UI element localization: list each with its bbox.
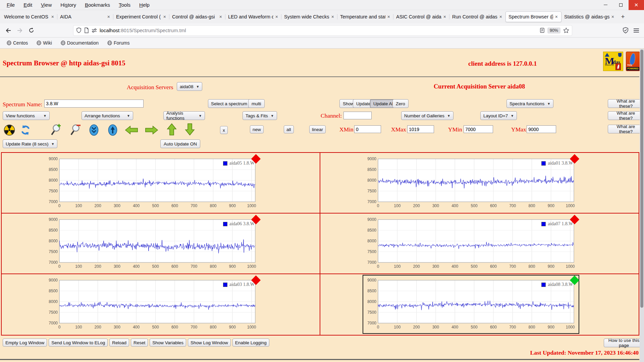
midas-logo[interactable]: M idas powered by	[603, 52, 623, 71]
footer-show-log-window[interactable]: Show Log Window	[188, 339, 231, 347]
x-button[interactable]: x	[220, 126, 228, 134]
url-text[interactable]: localhost:8015/Spectrum/Spectrum.tml	[100, 27, 537, 33]
hamburger-menu-icon[interactable]	[633, 28, 639, 33]
spectrum-panel-aida07[interactable]: 9000850080007500700001002003004005006007…	[363, 215, 579, 273]
bookmark-centos[interactable]: Centos	[4, 39, 31, 47]
page-down-button[interactable]	[87, 124, 101, 136]
footer-enable-logging[interactable]: Enable Logging	[232, 339, 269, 347]
what-are-these-button-1[interactable]: What are these?	[608, 99, 644, 108]
footer-empty-log-window[interactable]: Empty Log Window	[3, 339, 47, 347]
menu-view[interactable]: View	[38, 1, 55, 9]
reader-mode-icon[interactable]	[540, 28, 545, 33]
number-of-galleries-select[interactable]: Number of Galleries▼	[401, 111, 453, 120]
spectrum-panel-aida03[interactable]: 9000850080007500700001002003004005006007…	[45, 276, 260, 333]
channel-input[interactable]	[343, 112, 372, 119]
tab-close-icon[interactable]: ×	[387, 14, 391, 19]
scrollbar-thumb[interactable]	[640, 50, 643, 308]
ymax-input[interactable]	[527, 125, 556, 133]
new-tab-button[interactable]: +	[618, 12, 628, 22]
tab-3[interactable]: Control @ aidas-gsi ×	[169, 11, 225, 22]
menu-help[interactable]: Help	[136, 1, 153, 9]
url-bar[interactable]: localhost:8015/Spectrum/Spectrum.tml 90%	[73, 25, 572, 36]
layout-id-select[interactable]: Layout ID=7▼	[480, 111, 517, 120]
xmax-input[interactable]	[407, 125, 434, 133]
footer-send-log-window-to-elog[interactable]: Send Log Window to ELog	[49, 339, 108, 347]
next-spectrum-button[interactable]	[145, 124, 158, 136]
xmin-input[interactable]	[354, 125, 381, 133]
scale-down-button[interactable]	[183, 123, 197, 135]
tcl-powered-logo[interactable]: TCL POWERED	[626, 52, 640, 71]
reload-button[interactable]	[25, 25, 37, 36]
page-scrollbar[interactable]	[640, 49, 644, 362]
tab-8[interactable]: Run Control @ aidas- ×	[449, 11, 505, 22]
refresh-spectrum-button[interactable]	[19, 124, 32, 136]
acquisition-server-select[interactable]: aida08▼	[177, 82, 202, 91]
analysis-functions-select[interactable]: Analysis functions▼	[163, 111, 205, 120]
tab-close-icon[interactable]: ×	[163, 14, 167, 19]
page-up-button[interactable]	[106, 124, 119, 136]
spectrum-panel-aida01[interactable]: 9000850080007500700001002003004005006007…	[363, 154, 579, 212]
bookmark-wiki[interactable]: Wiki	[34, 39, 54, 47]
tags-fits-select[interactable]: Tags & Fits▼	[243, 111, 277, 120]
bookmark-documentation[interactable]: Documentation	[58, 39, 101, 47]
menu-bookmarks[interactable]: Bookmarks	[82, 1, 113, 9]
zoom-out-button[interactable]	[69, 124, 83, 136]
spectrum-panel-aida06[interactable]: 9000850080007500700001002003004005006007…	[45, 215, 260, 273]
tab-close-icon[interactable]: ×	[554, 14, 558, 19]
tab-0[interactable]: Welcome to CentOS ×	[1, 11, 57, 22]
maximize-button[interactable]	[613, 0, 629, 10]
linear-button[interactable]: linear	[309, 125, 326, 133]
tab-9[interactable]: Spectrum Browser @ ×	[505, 11, 561, 22]
minimize-button[interactable]	[598, 0, 613, 10]
zoom-in-button[interactable]	[50, 124, 63, 136]
footer-reset[interactable]: Reset	[131, 339, 148, 347]
update-rate-select[interactable]: Update Rate (8 secs)▼	[3, 139, 57, 148]
ymin-input[interactable]	[464, 125, 493, 133]
footer-show-variables[interactable]: Show Variables	[150, 339, 186, 347]
back-button[interactable]	[3, 25, 14, 36]
scale-up-button[interactable]	[165, 123, 178, 135]
forward-button[interactable]	[14, 25, 25, 36]
tab-7[interactable]: ASIC Control @ aidas ×	[393, 11, 449, 22]
tab-close-icon[interactable]: ×	[611, 14, 615, 19]
menu-file[interactable]: File	[3, 1, 18, 9]
bookmark-star-icon[interactable]	[563, 27, 569, 33]
previous-spectrum-button[interactable]	[125, 124, 138, 136]
menu-edit[interactable]: Edit	[20, 1, 36, 9]
multi-button[interactable]: multi	[248, 99, 265, 108]
spectrum-panel-aida08[interactable]: 9000850080007500700001002003004005006007…	[363, 276, 579, 333]
shield-check-icon[interactable]	[623, 27, 629, 34]
tab-10[interactable]: Statistics @ aidas-gsi ×	[561, 11, 618, 22]
how-to-use-button[interactable]: How to use this page	[604, 339, 644, 347]
what-are-these-button-3[interactable]: What are these?	[608, 125, 644, 133]
tab-5[interactable]: System wide Checks ×	[281, 11, 337, 22]
arrange-functions-select[interactable]: Arrange functions▼	[82, 111, 133, 120]
spectra-functions-select[interactable]: Spectra functions▼	[506, 99, 553, 108]
tab-close-icon[interactable]: ×	[107, 14, 111, 19]
tab-close-icon[interactable]: ×	[499, 14, 503, 19]
zero-spectrum-button[interactable]	[3, 124, 16, 136]
spectrum-name-input[interactable]	[44, 100, 144, 108]
what-are-these-button-2[interactable]: What are these?	[608, 111, 644, 120]
zoom-level-badge[interactable]: 90%	[547, 27, 560, 34]
close-button[interactable]: ✕	[629, 0, 644, 10]
zero-button[interactable]: Zero	[392, 99, 409, 108]
tab-close-icon[interactable]: ×	[331, 14, 335, 19]
menu-tools[interactable]: Tools	[115, 1, 134, 9]
tab-4[interactable]: LED and Waveform c ×	[225, 11, 281, 22]
tab-close-icon[interactable]: ×	[443, 14, 447, 19]
all-button[interactable]: all	[284, 125, 294, 133]
tab-2[interactable]: Experiment Control ( ×	[113, 11, 169, 22]
auto-update-button[interactable]: Auto Update ON	[160, 139, 200, 148]
tab-close-icon[interactable]: ×	[219, 14, 223, 19]
tab-close-icon[interactable]: ×	[51, 14, 55, 19]
bookmark-forums[interactable]: Forums	[105, 39, 132, 47]
new-button[interactable]: new	[250, 125, 264, 133]
footer-reload[interactable]: Reload	[109, 339, 129, 347]
tab-close-icon[interactable]: ×	[275, 14, 279, 19]
tab-6[interactable]: Temperature and stat ×	[337, 11, 393, 22]
menu-history[interactable]: History	[57, 1, 79, 9]
view-functions-select[interactable]: View functions▼	[3, 111, 50, 120]
spectrum-panel-aida05[interactable]: 9000850080007500700001002003004005006007…	[45, 154, 260, 212]
tab-1[interactable]: AIDA ×	[57, 11, 113, 22]
